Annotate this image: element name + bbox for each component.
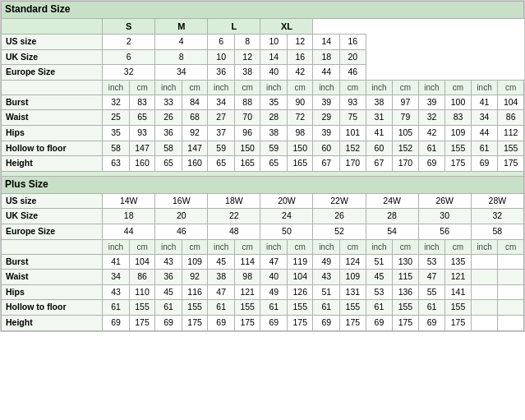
us-size-row: US size 2 4 6 8 10 12 14 16	[2, 34, 524, 49]
waist-label: Waist	[2, 110, 103, 126]
plus-waist-label: Waist	[2, 270, 103, 285]
plus-hips-label: Hips	[2, 284, 103, 300]
uk-size-label: UK Size	[2, 49, 103, 65]
burst-label: Burst	[2, 95, 103, 110]
m-size: M	[155, 18, 208, 34]
plus-uk-size-row: UK Size 18 20 22 24 26 28 30 32	[2, 209, 524, 224]
plus-size-header: Plus Size	[2, 177, 524, 194]
plus-hips-row: Hips 43110 45116 47121 49126 51131 53136…	[2, 284, 524, 300]
us-s2: 4	[155, 34, 208, 49]
uk-size-row: UK Size 6 8 10 12 14 16 18 20	[2, 49, 524, 65]
xl-size: XL	[260, 18, 313, 34]
l-size: L	[208, 18, 260, 34]
standard-size-title: Standard Size	[2, 2, 524, 19]
size-chart: Standard Size S M L XL US size 2 4 6 8 1…	[0, 0, 525, 332]
us-size-label: US size	[2, 34, 103, 49]
us-l2: 12	[288, 34, 313, 49]
standard-size-group-row: S M L XL	[2, 18, 524, 34]
waist-row: Waist 2565 2668 2770 2872 2975 3179 3283…	[2, 110, 524, 126]
hollow-row: Hollow to floor 58147 58147 59150 59150 …	[2, 141, 524, 156]
plus-size-title: Plus Size	[2, 177, 524, 194]
eu-size-row: Europe Size 32 34 36 38 40 42 44 46	[2, 65, 524, 81]
plus-eu-size-row: Europe Size 44 46 48 50 52 54 56 58	[2, 224, 524, 239]
hips-label: Hips	[2, 126, 103, 141]
plus-hollow-row: Hollow to floor 61155 61155 61155 61155 …	[2, 300, 524, 316]
s-size: S	[103, 18, 155, 34]
us-xl1: 14	[313, 34, 340, 49]
plus-waist-row: Waist 3486 3692 3898 40104 43109 45115 4…	[2, 270, 524, 285]
plus-us-size-row: US size 14W 16W 18W 20W 22W 24W 26W 28W	[2, 193, 524, 209]
us-s1: 2	[103, 34, 155, 49]
height-row: Height 63160 65160 65165 65165 67170 671…	[2, 156, 524, 172]
us-xl2: 16	[340, 34, 366, 49]
plus-us-size-label: US size	[2, 193, 103, 209]
plus-height-label: Height	[2, 316, 103, 331]
hips-row: Hips 3593 3692 3796 3898 39101 41105 421…	[2, 126, 524, 141]
burst-row: Burst 3283 3384 3488 3590 3993 3897 3910…	[2, 95, 524, 110]
hollow-label: Hollow to floor	[2, 141, 103, 156]
plus-burst-row: Burst 41104 43109 45114 47119 49124 5113…	[2, 254, 524, 270]
empty-label	[2, 18, 103, 34]
standard-unit-row: inchcm inchcm inchcm inchcm inchcm inchc…	[2, 80, 524, 95]
standard-size-header: Standard Size	[2, 2, 524, 19]
plus-height-row: Height 69175 69175 69175 69175 69175 691…	[2, 316, 524, 331]
eu-size-label: Europe Size	[2, 65, 103, 81]
plus-unit-row: inchcm inchcm inchcm inchcm inchcm inchc…	[2, 239, 524, 254]
plus-burst-label: Burst	[2, 254, 103, 270]
plus-eu-size-label: Europe Size	[2, 224, 103, 239]
us-m1: 6	[208, 34, 235, 49]
plus-uk-size-label: UK Size	[2, 209, 103, 224]
us-l1: 10	[260, 34, 288, 49]
plus-hollow-label: Hollow to floor	[2, 300, 103, 316]
us-m2: 8	[235, 34, 260, 49]
height-label: Height	[2, 156, 103, 172]
